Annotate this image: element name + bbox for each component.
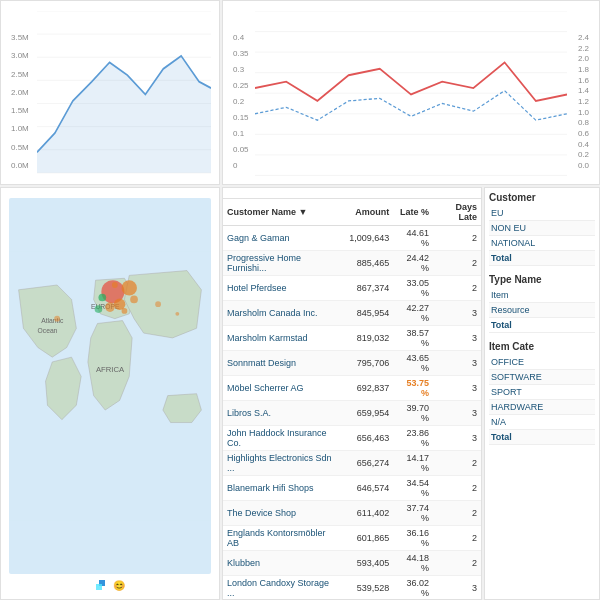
right-table-row: SPORT <box>489 385 595 400</box>
right-label-cell: NATIONAL <box>489 236 587 251</box>
svg-point-29 <box>112 282 118 288</box>
svg-point-25 <box>105 302 115 312</box>
filter-icon[interactable]: ▼ <box>299 207 308 217</box>
svg-point-31 <box>155 301 161 307</box>
days-late-cell: 3 <box>433 301 481 326</box>
right-value-cell <box>586 303 595 318</box>
amount-cell: 656,274 <box>340 451 393 476</box>
late-pct-cell: 53.75 % <box>393 376 433 401</box>
svg-text:Atlantic: Atlantic <box>41 317 64 324</box>
late-pct-cell: 38.57 % <box>393 326 433 351</box>
table-row: Highlights Electronics Sdn ...656,27414.… <box>223 451 481 476</box>
customer-name-cell: London Candoxy Storage ... <box>223 576 340 600</box>
right-value-cell <box>588 415 595 430</box>
right-value-cell <box>586 318 595 333</box>
amount-cell: 692,837 <box>340 376 393 401</box>
col-late-pct[interactable]: Late % <box>393 199 433 226</box>
right-table-row: EU <box>489 206 595 221</box>
days-late-cell: 2 <box>433 276 481 301</box>
right-value-cell <box>586 288 595 303</box>
amount-cell: 539,528 <box>340 576 393 600</box>
type-name-title: Type Name <box>489 274 595 285</box>
item-category-title: Item Cate <box>489 341 595 352</box>
sales-y-axis: 3.5M 3.0M 2.5M 2.0M 1.5M 1.0M 0.5M 0.0M <box>9 33 31 170</box>
customer-table: Customer Name ▼ Amount Late % Days Late … <box>223 199 481 599</box>
item-category-section: Item Cate OFFICESOFTWARESPORTHARDWAREN/A… <box>489 341 595 445</box>
days-late-cell: 3 <box>433 326 481 351</box>
days-late-cell: 3 <box>433 376 481 401</box>
late-pct-cell: 37.74 % <box>393 501 433 526</box>
right-label-cell: SOFTWARE <box>489 370 588 385</box>
amount-cell: 611,402 <box>340 501 393 526</box>
table-row: Blanemark Hifi Shops646,57434.54 %2 <box>223 476 481 501</box>
col-days-late[interactable]: Days Late <box>433 199 481 226</box>
customer-name-cell: Hotel Pferdsee <box>223 276 340 301</box>
bottom-row: EUROPE Atlantic Ocean AFRICA <box>0 187 600 600</box>
svg-text:AFRICA: AFRICA <box>96 365 125 374</box>
customer-name-cell: Klubben <box>223 551 340 576</box>
right-table-row: Total <box>489 430 595 445</box>
table-row: Hotel Pferdsee867,37433.05 %2 <box>223 276 481 301</box>
right-label-cell: EU <box>489 206 587 221</box>
right-table-row: NATIONAL <box>489 236 595 251</box>
late-pct-cell: 39.70 % <box>393 401 433 426</box>
table-row: Marsholm Karmstad819,03238.57 %3 <box>223 326 481 351</box>
right-panel: Customer EUNON EUNATIONALTotal Type Name… <box>484 187 600 600</box>
amount-cell: 659,954 <box>340 401 393 426</box>
days-late-cell: 3 <box>433 426 481 451</box>
late-y-axis-right: 2.4 2.2 2.0 1.8 1.6 1.4 1.2 1.0 0.8 0.6 … <box>576 33 591 170</box>
right-table-row: NON EU <box>489 221 595 236</box>
right-value-cell <box>587 251 595 266</box>
col-customer-name[interactable]: Customer Name ▼ <box>223 199 340 226</box>
dashboard: 3.5M 3.0M 2.5M 2.0M 1.5M 1.0M 0.5M 0.0M <box>0 0 600 600</box>
col-amount[interactable]: Amount <box>340 199 393 226</box>
svg-point-32 <box>175 312 179 316</box>
svg-point-27 <box>130 296 138 304</box>
svg-point-26 <box>98 294 106 302</box>
late-pct-cell: 23.86 % <box>393 426 433 451</box>
right-table-row: N/A <box>489 415 595 430</box>
azure-logo-icon <box>95 579 107 591</box>
late-y-axis-left: 0.4 0.35 0.3 0.25 0.2 0.15 0.1 0.05 0 <box>231 33 251 170</box>
late-pct-cell: 14.17 % <box>393 451 433 476</box>
right-value-cell <box>587 206 595 221</box>
type-name-section: Type Name ItemResourceTotal <box>489 274 595 333</box>
table-row: Marsholm Canada Inc.845,95442.27 %3 <box>223 301 481 326</box>
right-value-cell <box>587 221 595 236</box>
right-label-cell: OFFICE <box>489 355 588 370</box>
right-value-cell <box>588 400 595 415</box>
right-value-cell <box>588 370 595 385</box>
late-pct-cell: 44.18 % <box>393 551 433 576</box>
right-value-cell <box>587 236 595 251</box>
top-row: 3.5M 3.0M 2.5M 2.0M 1.5M 1.0M 0.5M 0.0M <box>0 0 600 185</box>
amount-cell: 1,009,643 <box>340 226 393 251</box>
customer-segment-section: Customer EUNON EUNATIONALTotal <box>489 192 595 266</box>
right-label-cell: HARDWARE <box>489 400 588 415</box>
item-category-table: OFFICESOFTWARESPORTHARDWAREN/ATotal <box>489 355 595 445</box>
days-late-cell: 3 <box>433 576 481 600</box>
amount-cell: 819,032 <box>340 326 393 351</box>
customer-name-cell: Möbel Scherrer AG <box>223 376 340 401</box>
customer-name-cell: The Device Shop <box>223 501 340 526</box>
customer-name-cell: Marsholm Canada Inc. <box>223 301 340 326</box>
svg-point-33 <box>54 316 60 322</box>
sales-chart-svg <box>37 11 211 178</box>
customer-table-title <box>223 188 481 199</box>
svg-marker-35 <box>96 584 102 590</box>
customer-name-cell: Gagn & Gaman <box>223 226 340 251</box>
right-table-row: OFFICE <box>489 355 595 370</box>
amount-cell: 795,706 <box>340 351 393 376</box>
amount-cell: 885,465 <box>340 251 393 276</box>
right-label-cell: Total <box>489 318 586 333</box>
right-table-row: Total <box>489 318 595 333</box>
right-table-row: SOFTWARE <box>489 370 595 385</box>
svg-point-23 <box>122 280 137 295</box>
map-area[interactable]: EUROPE Atlantic Ocean AFRICA <box>9 198 211 574</box>
map-card: EUROPE Atlantic Ocean AFRICA <box>0 187 220 600</box>
customer-table-card: Customer Name ▼ Amount Late % Days Late … <box>222 187 482 600</box>
customer-table-container[interactable]: Customer Name ▼ Amount Late % Days Late … <box>223 199 481 599</box>
days-late-cell: 2 <box>433 451 481 476</box>
table-row: Gagn & Gaman1,009,64344.61 %2 <box>223 226 481 251</box>
table-row: Englands Kontorsmöbler AB601,86536.16 %2 <box>223 526 481 551</box>
right-label-cell: N/A <box>489 415 588 430</box>
